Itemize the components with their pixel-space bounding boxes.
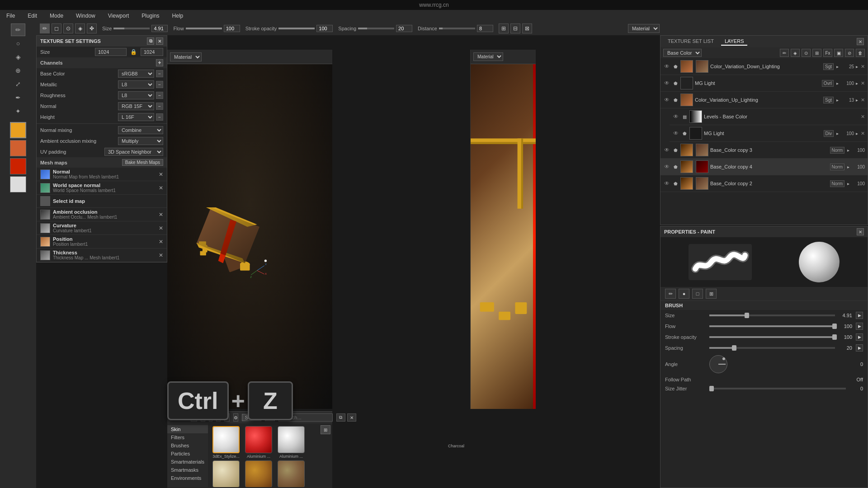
meshmap-ao-remove[interactable]: ✕ [159, 211, 163, 218]
spacing-slider[interactable] [358, 28, 394, 29]
snap-btn[interactable]: ⊠ [522, 23, 532, 33]
color-swatch-tertiary[interactable] [10, 158, 26, 174]
paint-brush-tool[interactable]: ✏ [11, 23, 25, 36]
size-input-2[interactable]: 1024 [141, 48, 163, 56]
stroke-opacity-slider[interactable] [278, 28, 315, 29]
layer-fill-btn[interactable]: ⊙ [802, 49, 811, 57]
panel-undock-btn[interactable]: ⧉ [147, 38, 154, 45]
layer-blend-6[interactable]: Norm [830, 164, 844, 170]
brush-flow-input-btn[interactable]: ▶ [856, 323, 863, 330]
bake-mesh-maps-btn[interactable]: Bake Mesh Maps [122, 159, 163, 166]
layer-blend-5[interactable]: Norm [830, 147, 844, 154]
layer-opacity-7[interactable]: 100 [852, 181, 865, 186]
shelf-cat-brushes[interactable]: Brushes [167, 441, 208, 450]
channel-base-color-format[interactable]: sRGB8 [118, 70, 154, 78]
brush-flow-value[interactable]: 100 [839, 324, 852, 329]
mask-tool[interactable]: ✦ [11, 105, 25, 117]
channel-metallic-remove[interactable]: − [156, 81, 163, 88]
transform-tool[interactable]: ⤢ [11, 78, 25, 90]
brush-stroke-opacity-slider[interactable] [709, 336, 835, 338]
shelf-item-4[interactable]: Bronze Arm... [243, 460, 274, 487]
layer-blend-1[interactable]: Ovrl [822, 80, 834, 87]
layer-blend-4[interactable]: Div [824, 130, 834, 137]
stamp-tool-btn[interactable]: ✤ [87, 23, 97, 33]
color-swatch-white[interactable] [10, 176, 26, 192]
layer-close-3[interactable]: ✕ [861, 114, 865, 120]
smudge-tool[interactable]: ○ [11, 37, 25, 50]
shelf-cat-smartmask[interactable]: Smartmasks [167, 466, 208, 474]
add-channel-btn[interactable]: + [156, 59, 163, 66]
mirror-btn[interactable]: ⊞ [499, 23, 509, 33]
ao-mixing-select[interactable]: Multiply [118, 137, 163, 145]
brush-spacing-slider[interactable] [709, 347, 835, 349]
channel-roughness-format[interactable]: L8 [118, 91, 154, 99]
normal-mixing-select[interactable]: Combine [118, 126, 163, 134]
props-close-btn[interactable]: ✕ [857, 228, 864, 235]
layer-blend-7[interactable]: Norm [830, 180, 844, 187]
channel-normal-format[interactable]: RGB 15F [118, 102, 154, 110]
brush-spacing-value[interactable]: 20 [839, 345, 852, 351]
menu-plugins[interactable]: Plugins [139, 12, 162, 20]
distance-value[interactable]: 8 [477, 25, 493, 32]
brush-size-value[interactable]: 4.91 [839, 313, 852, 318]
menu-help[interactable]: Help [170, 12, 186, 20]
brush-angle-wheel[interactable] [709, 355, 727, 373]
layer-eye-4[interactable]: 👁 [672, 130, 679, 137]
layer-base-color-copy4[interactable]: 👁 ⬟ Base_Color copy 4 Norm ▸ 100 [660, 159, 868, 175]
channel-roughness-remove[interactable]: − [156, 92, 163, 99]
brush-size-jitter-slider[interactable] [709, 388, 846, 389]
menu-window[interactable]: Window [73, 12, 98, 20]
meshmap-position-remove[interactable]: ✕ [159, 239, 163, 245]
preview-strip-select[interactable]: Material [473, 52, 503, 61]
layer-filter-btn[interactable]: ◈ [791, 49, 800, 57]
layer-eye-0[interactable]: 👁 [663, 63, 670, 70]
viewport-render[interactable]: Material [167, 50, 332, 409]
shelf-item-1[interactable]: Aluminium ... [243, 426, 274, 459]
clone-tool[interactable]: ⊕ [11, 64, 25, 77]
tab-texture-set-list[interactable]: TEXTURE SET LIST [664, 38, 717, 46]
shelf-cat-smartmat[interactable]: Smartmaterials [167, 458, 208, 466]
eraser-tool-btn[interactable]: ◻ [52, 23, 61, 33]
layer-levels-base-color[interactable]: 👁 ▦ Levels - Base Color ✕ [670, 108, 868, 125]
meshmap-normal-remove[interactable]: ✕ [159, 171, 163, 178]
layer-close-0[interactable]: ✕ [861, 64, 865, 70]
brush-size-jitter-value[interactable]: 0 [849, 386, 863, 391]
shelf-item-5[interactable]: Bronze Conc... [276, 460, 307, 487]
uv-padding-select[interactable]: 3D Space Neighbor [104, 148, 163, 156]
brush-size-slider[interactable] [709, 314, 835, 316]
meshmap-curvature-remove[interactable]: ✕ [159, 225, 163, 231]
layer-eye-6[interactable]: 👁 [663, 163, 670, 170]
layer-close-2[interactable]: ✕ [861, 97, 865, 103]
menu-edit[interactable]: Edit [25, 12, 40, 20]
layer-color-variation-up[interactable]: 👁 ⬟ Color_Variation_Up_Lighting Sgt ▸ 13… [660, 92, 868, 108]
fill-tool[interactable]: ◈ [11, 51, 25, 63]
spacing-value[interactable]: 20 [396, 25, 412, 32]
channel-height-remove[interactable]: − [156, 113, 163, 121]
stroke-opacity-value[interactable]: 100 [316, 25, 333, 32]
layer-mg-light-1[interactable]: 👁 ⬟ MG Light Ovrl ▸ 100 ▸ ✕ [660, 75, 868, 92]
shelf-cat-particles[interactable]: Particles [167, 450, 208, 458]
layer-opacity-2[interactable]: 13 [841, 98, 854, 103]
channel-normal-remove[interactable]: − [156, 103, 163, 110]
layer-close-1[interactable]: ✕ [861, 80, 865, 86]
brush-angle-value[interactable]: 0 [849, 361, 863, 367]
layer-color-variation-down[interactable]: 👁 ⬟ Color_Variation_Down_Lighting Sgt ▸ … [660, 58, 868, 75]
color-swatch-secondary[interactable] [10, 140, 26, 156]
brush-stroke-opacity-input-btn[interactable]: ▶ [856, 333, 863, 341]
layer-blend-0[interactable]: Sgt [823, 63, 834, 70]
brush-icon-paint[interactable]: ✏ [665, 289, 676, 299]
brush-size-input-btn[interactable]: ▶ [856, 312, 863, 319]
shelf-item-0[interactable]: 3dEx_Stylize... [211, 426, 241, 459]
size-slider[interactable] [113, 28, 150, 29]
close-btn[interactable]: ✕ [857, 38, 864, 45]
layer-eye-3[interactable]: 👁 [672, 113, 679, 120]
menu-viewport[interactable]: Viewport [105, 12, 132, 20]
tab-layers[interactable]: LAYERS [721, 38, 748, 46]
menu-file[interactable]: File [4, 12, 18, 20]
shelf-cat-environments[interactable]: Environments [167, 474, 208, 482]
layer-opacity-0[interactable]: 25 [841, 64, 854, 69]
flow-value[interactable]: 100 [224, 25, 240, 32]
layer-eye-7[interactable]: 👁 [663, 180, 670, 187]
layer-mask-btn[interactable]: ⊘ [845, 49, 854, 57]
shelf-cat-skin[interactable]: Skin [167, 425, 208, 433]
